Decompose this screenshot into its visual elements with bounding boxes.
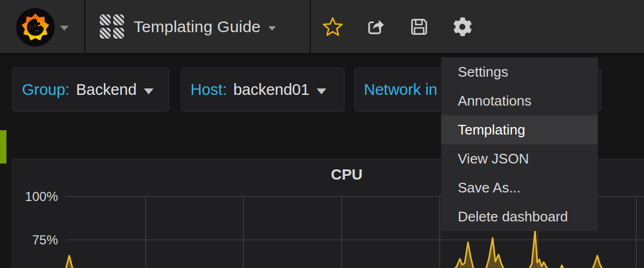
row-menu-handle[interactable]	[0, 130, 6, 163]
menu-item-annotations[interactable]: Annotations	[441, 86, 598, 115]
variable-group-dropdown[interactable]: Group: Backend	[12, 68, 169, 111]
variable-label: Network in	[364, 81, 437, 99]
star-icon[interactable]	[323, 0, 343, 53]
grafana-logo[interactable]	[16, 8, 55, 47]
variable-host-dropdown[interactable]: Host: backend01	[181, 68, 345, 111]
menu-item-delete-dashboard[interactable]: Delete dashboard	[441, 202, 598, 231]
dashboard-title-button[interactable]: Templating Guide	[100, 0, 276, 53]
y-axis-tick-75: 75%	[19, 233, 58, 248]
chevron-down-icon	[317, 88, 326, 94]
share-icon[interactable]	[366, 0, 385, 53]
gear-icon[interactable]	[453, 0, 472, 53]
save-icon[interactable]	[410, 0, 428, 53]
dashboard-settings-menu: Settings Annotations Templating View JSO…	[441, 57, 598, 231]
variable-value: backend01	[233, 81, 310, 99]
menu-item-save-as[interactable]: Save As...	[441, 173, 598, 202]
navbar: Templating Guide	[0, 0, 644, 55]
divider	[310, 0, 311, 53]
dashboard-title: Templating Guide	[134, 18, 261, 36]
dashboard-grid-icon	[100, 14, 125, 39]
y-axis-tick-100: 100%	[19, 189, 58, 204]
menu-item-settings[interactable]: Settings	[441, 57, 598, 86]
variable-value: Backend	[76, 81, 137, 99]
menu-item-view-json[interactable]: View JSON	[441, 144, 598, 173]
variable-label: Group:	[22, 81, 70, 99]
variable-label: Host:	[191, 81, 227, 99]
chevron-down-icon	[144, 88, 153, 94]
chevron-down-icon[interactable]	[60, 26, 69, 31]
chevron-down-icon	[268, 26, 276, 31]
cpu-series-area	[0, 225, 644, 268]
menu-item-templating[interactable]: Templating	[441, 115, 598, 144]
divider	[84, 0, 85, 53]
